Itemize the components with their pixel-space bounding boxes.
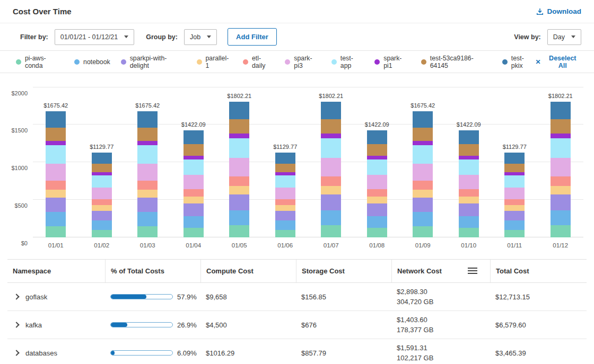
bar-segment-notebook[interactable]: [184, 216, 204, 228]
bar-segment-test-pkix[interactable]: [229, 102, 249, 119]
bar-segment-sparkpi-with-delight[interactable]: [92, 211, 112, 220]
bar-segment-pi-aws-conda[interactable]: [551, 225, 571, 237]
bar-segment-pi-aws-conda[interactable]: [229, 225, 249, 237]
bar-segment-etl-daily[interactable]: [459, 189, 479, 197]
bar-group[interactable]: $1422.09: [354, 87, 400, 237]
bar-segment-test-53ca9186-64145[interactable]: [321, 119, 341, 134]
bar-segment-spark-pi3[interactable]: [92, 188, 112, 199]
bar-segment-spark-pi1[interactable]: [551, 134, 571, 138]
bar-segment-spark-pi1[interactable]: [321, 134, 341, 138]
bar-segment-spark-pi3[interactable]: [184, 175, 204, 189]
bar-stack[interactable]: [184, 130, 204, 237]
legend-item[interactable]: spark-pi3: [285, 55, 321, 69]
bar-segment-test-app[interactable]: [551, 138, 571, 158]
bar-group[interactable]: $1675.42: [33, 87, 79, 237]
bar-segment-spark-pi3[interactable]: [46, 164, 66, 181]
bar-segment-test-pkix[interactable]: [92, 153, 112, 164]
bar-segment-spark-pi1[interactable]: [413, 141, 433, 145]
bar-stack[interactable]: [367, 130, 387, 237]
bar-segment-parallel-1[interactable]: [413, 190, 433, 198]
bar-segment-sparkpi-with-delight[interactable]: [504, 211, 525, 220]
bar-segment-etl-daily[interactable]: [551, 176, 571, 186]
bar-segment-etl-daily[interactable]: [46, 181, 66, 190]
bar-segment-parallel-1[interactable]: [229, 186, 249, 195]
bar-segment-test-app[interactable]: [184, 159, 204, 175]
bar-segment-etl-daily[interactable]: [367, 189, 387, 197]
date-range-select[interactable]: 01/01/21 - 01/12/21: [55, 29, 134, 45]
bar-group[interactable]: $1802.21: [308, 87, 354, 237]
bar-segment-test-app[interactable]: [367, 159, 387, 175]
bar-segment-test-app[interactable]: [459, 159, 479, 175]
bar-segment-spark-pi1[interactable]: [137, 141, 158, 145]
bar-segment-etl-daily[interactable]: [504, 199, 525, 205]
bar-group[interactable]: $1802.21: [538, 87, 584, 237]
bar-segment-spark-pi3[interactable]: [504, 188, 525, 199]
bar-segment-test-53ca9186-64145[interactable]: [275, 164, 295, 173]
legend-item[interactable]: test-53ca9186-64145: [421, 55, 492, 69]
bar-group[interactable]: $1129.77: [263, 87, 309, 237]
legend-item[interactable]: etl-daily: [243, 55, 274, 69]
bar-segment-test-53ca9186-64145[interactable]: [413, 128, 433, 141]
bar-segment-pi-aws-conda[interactable]: [459, 228, 479, 237]
bar-segment-parallel-1[interactable]: [137, 190, 158, 198]
bar-segment-parallel-1[interactable]: [92, 205, 112, 210]
bar-segment-parallel-1[interactable]: [321, 186, 341, 195]
bar-segment-etl-daily[interactable]: [413, 181, 433, 190]
bar-segment-test-53ca9186-64145[interactable]: [46, 128, 66, 141]
table-row[interactable]: goflask 57.9% $9,658 $156.85 $2,898.30 3…: [7, 283, 587, 311]
bar-stack[interactable]: [137, 111, 158, 237]
bar-segment-pi-aws-conda[interactable]: [46, 226, 66, 237]
bar-group[interactable]: $1802.21: [216, 87, 263, 237]
bar-segment-sparkpi-with-delight[interactable]: [184, 203, 204, 216]
bar-segment-parallel-1[interactable]: [367, 197, 387, 203]
bar-segment-spark-pi1[interactable]: [184, 156, 204, 159]
bar-segment-pi-aws-conda[interactable]: [184, 228, 204, 237]
bar-segment-pi-aws-conda[interactable]: [413, 226, 433, 237]
bar-segment-sparkpi-with-delight[interactable]: [459, 203, 479, 216]
bar-segment-test-app[interactable]: [229, 138, 249, 158]
bar-segment-parallel-1[interactable]: [184, 197, 204, 203]
bar-segment-test-pkix[interactable]: [504, 153, 525, 164]
bar-stack[interactable]: [459, 130, 479, 237]
bar-segment-test-pkix[interactable]: [321, 102, 341, 119]
bar-segment-test-pkix[interactable]: [46, 111, 66, 128]
bar-segment-sparkpi-with-delight[interactable]: [46, 198, 66, 212]
bar-segment-notebook[interactable]: [321, 210, 341, 225]
bar-group[interactable]: $1129.77: [492, 87, 538, 237]
bar-segment-test-pkix[interactable]: [551, 102, 571, 119]
bar-segment-test-app[interactable]: [46, 145, 66, 164]
chevron-right-icon[interactable]: [13, 350, 19, 356]
chevron-right-icon[interactable]: [13, 294, 19, 299]
bar-group[interactable]: $1675.42: [125, 87, 171, 237]
bar-segment-sparkpi-with-delight[interactable]: [229, 194, 249, 210]
bar-segment-test-app[interactable]: [275, 175, 295, 188]
group-by-select[interactable]: Job: [184, 29, 217, 45]
bar-segment-spark-pi1[interactable]: [46, 141, 66, 145]
bar-segment-pi-aws-conda[interactable]: [137, 226, 158, 237]
table-row[interactable]: kafka 26.9% $4,500 $676 $1,403.60 178,37…: [7, 311, 587, 339]
bar-segment-test-app[interactable]: [504, 175, 525, 188]
bar-segment-spark-pi3[interactable]: [459, 175, 479, 189]
bar-segment-sparkpi-with-delight[interactable]: [551, 194, 571, 210]
column-menu-icon[interactable]: [468, 268, 477, 274]
bar-segment-spark-pi3[interactable]: [137, 164, 158, 181]
bar-segment-test-pkix[interactable]: [275, 153, 295, 164]
bar-segment-test-53ca9186-64145[interactable]: [367, 144, 387, 155]
bar-segment-parallel-1[interactable]: [275, 205, 295, 210]
legend-item[interactable]: spark-pi1: [374, 55, 410, 69]
bar-segment-test-53ca9186-64145[interactable]: [184, 144, 204, 155]
bar-segment-notebook[interactable]: [137, 212, 158, 226]
legend-item[interactable]: test-pkix: [502, 55, 536, 69]
bar-stack[interactable]: [229, 102, 249, 237]
bar-segment-parallel-1[interactable]: [46, 190, 66, 198]
bar-segment-test-app[interactable]: [137, 145, 158, 164]
add-filter-button[interactable]: Add Filter: [228, 28, 277, 46]
bar-segment-pi-aws-conda[interactable]: [321, 225, 341, 237]
bar-stack[interactable]: [275, 153, 295, 237]
bar-segment-spark-pi1[interactable]: [459, 156, 479, 159]
bar-segment-test-53ca9186-64145[interactable]: [137, 128, 158, 141]
bar-segment-notebook[interactable]: [413, 212, 433, 226]
bar-segment-spark-pi3[interactable]: [275, 188, 295, 199]
bar-segment-notebook[interactable]: [229, 210, 249, 225]
bar-segment-test-app[interactable]: [92, 175, 112, 188]
